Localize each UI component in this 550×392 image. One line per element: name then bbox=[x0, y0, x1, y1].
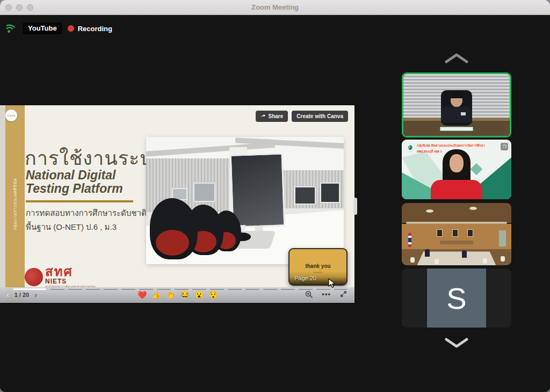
preview-page-label: Page 20 bbox=[294, 275, 316, 281]
shared-screen-presentation: กลุ่มงานสารสนเทศดิจิทัล Canva Share Crea… bbox=[0, 105, 354, 303]
office-logo-icon bbox=[406, 143, 415, 152]
thumbsup-reaction-button[interactable]: 👍 bbox=[151, 291, 161, 299]
avatar-initial: S bbox=[427, 268, 486, 328]
create-with-canva-button[interactable]: Create with Canva bbox=[292, 111, 348, 122]
prev-page-button[interactable]: ‹ bbox=[6, 291, 9, 299]
zoom-meeting-window: Zoom Meeting YouTube Recording กลุ่มงานส… bbox=[0, 0, 550, 392]
page-hover-preview[interactable]: thank you ขอบคุณค่ะ Page 20 bbox=[288, 248, 348, 286]
scroll-participants-down-button[interactable] bbox=[444, 337, 469, 349]
share-arrow-icon bbox=[260, 114, 266, 119]
progress-bar-segments bbox=[50, 289, 347, 290]
participant-tile-active-speaker[interactable] bbox=[402, 72, 511, 137]
fullscreen-icon[interactable] bbox=[340, 291, 347, 297]
slide-subtitle: การทดสอบทางการศึกษาระดับชาติขั้น พื้นฐาน… bbox=[26, 206, 160, 234]
virtual-background-caption: กลุ่มนิเทศ ติดตามและประเมินผลการจัดการศึ… bbox=[406, 143, 485, 154]
reaction-bar: ❤️ 👍 👏 😂 😮 😯 bbox=[138, 291, 218, 299]
surprised-reaction-button[interactable]: 😯 bbox=[208, 291, 218, 299]
window-title: Zoom Meeting bbox=[0, 3, 550, 11]
caption-line2: สพป.สระบุรี เขต 1 bbox=[417, 149, 485, 154]
scroll-participants-up-button[interactable] bbox=[444, 52, 469, 64]
more-options-icon[interactable]: ••• bbox=[322, 290, 331, 298]
zoom-in-icon[interactable] bbox=[305, 291, 313, 298]
niets-logo-icon bbox=[25, 268, 43, 286]
live-stream-icon bbox=[6, 23, 17, 34]
laugh-reaction-button[interactable]: 😂 bbox=[180, 291, 189, 299]
youtube-stream-badge[interactable]: YouTube bbox=[23, 23, 62, 34]
preview-subtitle: ขอบคุณค่ะ bbox=[290, 271, 346, 274]
recording-dot-icon bbox=[68, 25, 74, 32]
window-titlebar: Zoom Meeting bbox=[0, 0, 550, 15]
page-indicator: 1 / 20 bbox=[15, 292, 30, 298]
share-button[interactable]: Share bbox=[256, 111, 288, 122]
slide-gold-sidebar: กลุ่มงานสารสนเทศดิจิทัล bbox=[5, 105, 25, 303]
caption-line1: กลุ่มนิเทศ ติดตามและประเมินผลการจัดการศึ… bbox=[417, 143, 485, 148]
slide-left-edge bbox=[0, 105, 5, 303]
niets-logo-en: NIETS bbox=[45, 278, 111, 285]
page-navigation: ‹ 1 / 20 › bbox=[6, 291, 37, 299]
desk-nameplate bbox=[440, 127, 473, 131]
thai-flag bbox=[408, 233, 411, 247]
mouse-cursor bbox=[328, 278, 337, 289]
live-status-row: YouTube Recording bbox=[6, 23, 112, 34]
slide-gold-rule bbox=[26, 200, 133, 202]
recording-indicator: Recording bbox=[68, 25, 112, 33]
slide-photo-computer-lab bbox=[146, 137, 344, 264]
heart-reaction-button[interactable]: ❤️ bbox=[138, 291, 147, 299]
participant-tile-supervisor[interactable]: กลุ่มนิเทศ ติดตามและประเมินผลการจัดการศึ… bbox=[402, 140, 511, 199]
canva-toolbar: Share Create with Canva bbox=[256, 111, 349, 122]
participant-tile-conference-room[interactable] bbox=[402, 203, 511, 265]
canva-logo-badge[interactable]: Canva bbox=[5, 110, 17, 121]
slide-title-en-line2: Testing Platform bbox=[26, 182, 123, 196]
slide-title-en-line1: National Digital bbox=[26, 168, 115, 183]
clap-reaction-button[interactable]: 👏 bbox=[166, 291, 175, 299]
panel-resize-handle[interactable] bbox=[353, 198, 357, 215]
wow-reaction-button[interactable]: 😮 bbox=[194, 291, 204, 299]
next-page-button[interactable]: › bbox=[34, 291, 37, 299]
presentation-control-bar: ‹ 1 / 20 › ❤️ 👍 👏 😂 😮 😯 ••• bbox=[0, 287, 354, 303]
progress-bar-current bbox=[13, 288, 46, 290]
slide-vertical-label: กลุ่มงานสารสนเทศดิจิทัล bbox=[12, 178, 19, 230]
viewer-tools: ••• bbox=[305, 290, 347, 298]
niets-logo-thai: สทศ bbox=[45, 266, 111, 278]
preview-title: thank you bbox=[290, 263, 346, 269]
tile-options-icon[interactable]: ❐ bbox=[501, 143, 508, 150]
recording-label: Recording bbox=[78, 25, 112, 33]
participant-tile-initial-s[interactable]: S bbox=[402, 268, 511, 328]
imac-monitor bbox=[230, 153, 286, 228]
